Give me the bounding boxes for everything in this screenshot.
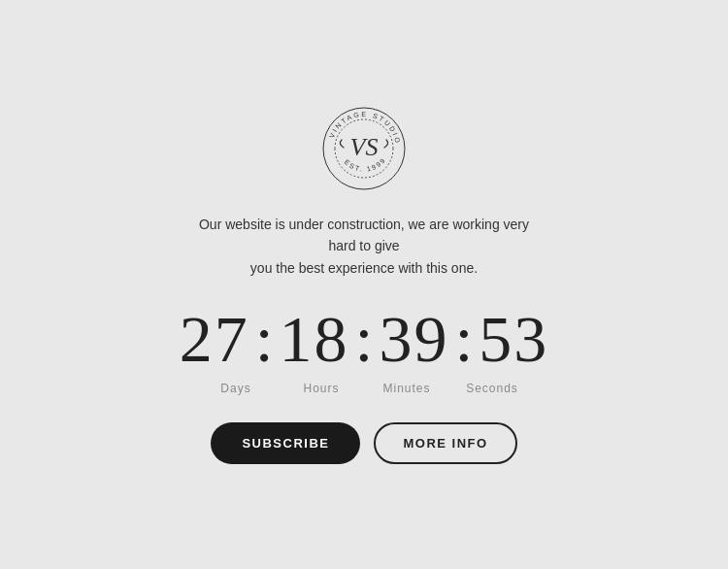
countdown-labels: Days Hours Minutes Seconds [193,382,535,395]
svg-text:VS: VS [350,133,379,161]
separator-1: : [255,306,274,372]
countdown-display: 27 : 18 : 39 : 53 [180,306,549,372]
days-value: 27 [180,306,249,372]
separator-2: : [355,306,374,372]
separator-3: : [454,306,473,372]
seconds-value: 53 [479,306,548,372]
more-info-button[interactable]: MORE INFO [374,422,516,464]
logo-wrapper: VINTAGE STUDIO EST. 1999 VS [320,105,408,192]
label-hours: Hours [279,382,364,395]
button-group: SUBSCRIBE MORE INFO [211,422,516,464]
label-minutes: Minutes [364,382,449,395]
logo-circle: VINTAGE STUDIO EST. 1999 VS [320,105,408,192]
label-seconds: Seconds [449,382,535,395]
label-days: Days [193,382,279,395]
main-container: VINTAGE STUDIO EST. 1999 VS Our website … [180,105,549,464]
hours-value: 18 [280,306,349,372]
subscribe-button[interactable]: SUBSCRIBE [211,422,360,464]
minutes-value: 39 [379,306,448,372]
description-text: Our website is under construction, we ar… [189,214,539,279]
